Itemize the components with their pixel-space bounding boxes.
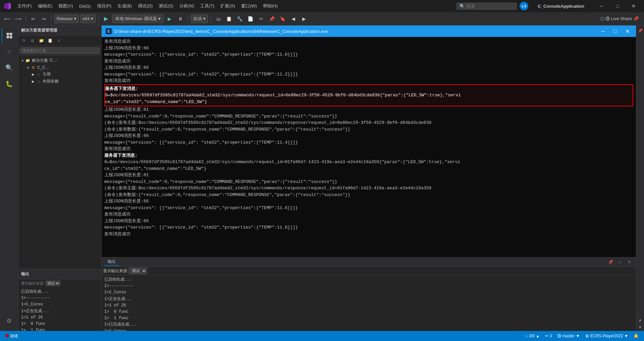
- svg-rect-1: [10, 33, 12, 35]
- toolbar-icon-6[interactable]: 📌: [267, 14, 277, 23]
- menu-tools[interactable]: 工具(T): [198, 2, 217, 10]
- live-share-button[interactable]: ⬡ ⑬ Live Share 📌: [598, 15, 641, 22]
- status-line-col[interactable]: ✏ 3: [544, 334, 553, 338]
- console-pre-4: 发布消息成功: [104, 58, 633, 65]
- output-panel-bottom: 输出 📌 ⤢ ✕ 显示输出来源: 调试 已启动生成... 1>---------…: [102, 257, 636, 331]
- output-close-button[interactable]: ✕: [625, 258, 633, 266]
- toolbar-icon-1[interactable]: 🗂: [214, 14, 223, 23]
- output-panel-line-8: 1>已完成生成...: [104, 322, 633, 328]
- global-search[interactable]: 🔍: [457, 3, 517, 10]
- auto-chevron-icon: ▾: [203, 16, 206, 21]
- output-panel-line-2: 1>----------: [104, 283, 633, 289]
- menu-project[interactable]: 项目(P): [94, 2, 114, 10]
- minimize-button[interactable]: ─: [594, 0, 609, 12]
- console-minimize-button[interactable]: ─: [598, 27, 608, 36]
- tree-arrow-solution: ▾: [20, 59, 25, 62]
- tree-item-project[interactable]: ▾ ⚙ C_C…: [18, 64, 101, 71]
- menu-analyze[interactable]: 分析(N): [177, 2, 197, 10]
- toolbar-separator-5: [211, 15, 211, 22]
- search-input[interactable]: [466, 4, 510, 9]
- console-after-19: message={"services": [{"service_id": "st…: [104, 224, 633, 231]
- tree-item-ext-deps[interactable]: ▶ □ 外部依赖: [18, 78, 101, 85]
- left-output-panel: 输出 显示输出来源: 调试 已启动生成... 1>---------- 1>C_…: [18, 269, 101, 331]
- menu-test[interactable]: 测试(S): [156, 2, 176, 10]
- sol-btn-1[interactable]: ⟳: [20, 37, 28, 44]
- toolbar-icon-4[interactable]: 📄: [246, 14, 255, 23]
- status-errors[interactable]: ↑↓ 0/0 ▲: [523, 334, 541, 338]
- nav-back-button[interactable]: ⟵: [3, 14, 12, 23]
- run-text-button[interactable]: 本地 Windows 调试器 ▾: [112, 14, 164, 23]
- sidebar-git-icon[interactable]: ⑂: [2, 44, 16, 59]
- tree-item-refs[interactable]: ▶ □ 引用: [18, 71, 101, 78]
- menu-edit[interactable]: 编辑(E): [35, 2, 55, 10]
- output-line-2: 1>----------: [21, 295, 99, 301]
- menu-bar: 文件(F) 编辑(E) 视图(V) Git(G) 项目(P) 生成(B) 调试(…: [0, 0, 644, 12]
- sol-btn-2[interactable]: ⊞: [29, 37, 37, 44]
- sidebar-search-icon[interactable]: 🔍: [2, 60, 16, 75]
- toolbar-icon-3[interactable]: 🔧: [235, 14, 245, 23]
- config-dropdown[interactable]: Release ▾: [54, 14, 79, 23]
- output-pin-button[interactable]: 📌: [606, 258, 614, 266]
- output-panel-header: 输出 📌 ⤢ ✕: [102, 257, 636, 267]
- console-titlebar: C D:\linux-share-dir\ECRS-Player2022\tes…: [102, 26, 636, 37]
- toolbar-icon-2[interactable]: 📋: [224, 14, 234, 23]
- toolbar-icon-5[interactable]: ✂: [257, 14, 266, 23]
- maximize-button[interactable]: □: [610, 0, 625, 12]
- solution-tree-view: ▾ 📁 解决方案 'C…' ▾ ⚙ C_C… ▶ □ 引用 ▶: [18, 56, 101, 269]
- output-tab-output[interactable]: 输出: [104, 258, 119, 266]
- status-branch[interactable]: ⑬ master ▼: [556, 333, 581, 339]
- nav-forward-button[interactable]: ⟶: [13, 14, 23, 23]
- solution-explorer-title: 解决方案资源管理器: [21, 28, 57, 33]
- run-text-label: 本地 Windows 调试器: [115, 16, 157, 22]
- toolbar-icon-9[interactable]: ▶: [300, 14, 309, 23]
- console-close-button[interactable]: ✕: [623, 27, 632, 36]
- output-line-7: 1> 1 func: [21, 327, 99, 331]
- menu-build[interactable]: 生成(B): [115, 2, 135, 10]
- close-button[interactable]: ✕: [626, 0, 641, 12]
- right-pin-icon[interactable]: 📌: [636, 27, 644, 34]
- sol-btn-4[interactable]: 📋: [46, 37, 54, 44]
- pause-button[interactable]: ⏸: [176, 14, 185, 23]
- menu-help[interactable]: 帮助(H): [260, 2, 280, 10]
- auto-label: 自动: [193, 16, 202, 22]
- output-panel-controls: 📌 ⤢ ✕: [606, 258, 633, 266]
- console-title-text: D:\linux-share-dir\ECRS-Player2022\test_…: [114, 29, 596, 34]
- output-source-select[interactable]: 调试: [46, 281, 60, 286]
- menu-git[interactable]: Git(G): [76, 2, 93, 10]
- tree-label-refs: 引用: [43, 71, 51, 77]
- right-scroll-up[interactable]: ▲: [636, 316, 644, 324]
- undo-button[interactable]: ↩: [29, 14, 38, 23]
- sidebar-explorer-icon[interactable]: [2, 28, 16, 43]
- menu-file[interactable]: 文件(F): [15, 2, 35, 10]
- status-notification[interactable]: 🔔: [632, 334, 640, 338]
- console-maximize-button[interactable]: □: [610, 27, 620, 36]
- output-source-select-2[interactable]: 调试: [129, 267, 147, 274]
- sol-btn-3[interactable]: 📁: [37, 37, 45, 44]
- toolbar-icon-7[interactable]: 🔖: [278, 14, 287, 23]
- platform-chevron-icon: ▾: [91, 16, 93, 21]
- menu-view[interactable]: 视图(V): [56, 2, 75, 10]
- sidebar-debug-icon[interactable]: 🐛: [2, 77, 16, 91]
- redo-button[interactable]: ↪: [39, 14, 49, 23]
- tree-item-solution[interactable]: ▾ 📁 解决方案 'C…': [18, 57, 101, 64]
- menu-debug[interactable]: 调试(D): [135, 2, 155, 10]
- sidebar-settings-icon[interactable]: ⚙: [2, 313, 16, 328]
- console-content[interactable]: 发布消息成功 上报JSON消息长度:66 message={"services"…: [102, 37, 636, 257]
- status-ready[interactable]: 就绪: [4, 333, 19, 339]
- toolbar-icon-8[interactable]: ◀: [289, 14, 298, 23]
- right-scroll-down[interactable]: ▼: [636, 324, 644, 331]
- menu-extensions[interactable]: 扩展(X): [218, 2, 237, 10]
- menu-window[interactable]: 窗口(W): [238, 2, 260, 10]
- auto-dropdown[interactable]: 自动 ▾: [191, 14, 208, 23]
- toolbar-separator-2: [51, 15, 52, 22]
- svg-rect-0: [7, 33, 9, 35]
- run2-button[interactable]: ▶: [165, 14, 174, 23]
- status-project[interactable]: 🖥 ECRS-Player2022 ▼: [584, 334, 630, 338]
- console-area: C D:\linux-share-dir\ECRS-Player2022\tes…: [102, 26, 636, 331]
- run-button[interactable]: ▶: [101, 14, 111, 23]
- solution-search-input[interactable]: [20, 47, 100, 54]
- output-expand-button[interactable]: ⤢: [616, 258, 624, 266]
- console-after-11: 上报JSON消息长度:81: [104, 172, 633, 179]
- sol-btn-5[interactable]: ≡: [55, 37, 63, 44]
- platform-dropdown[interactable]: x64 ▾: [80, 14, 96, 23]
